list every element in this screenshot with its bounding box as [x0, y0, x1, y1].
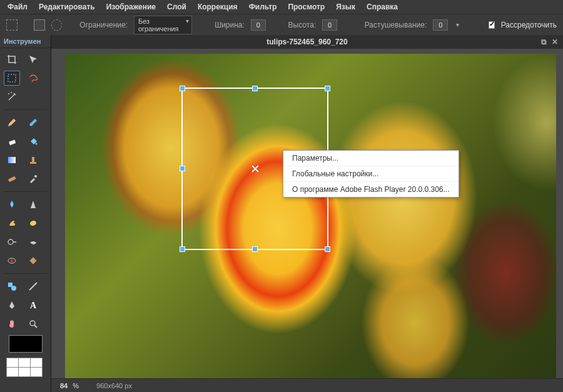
svg-rect-8 — [8, 176, 16, 183]
document-header: tulips-752465_960_720 ⧉ ✕ — [51, 35, 563, 49]
context-item-global-settings[interactable]: Глобальные настройки... — [283, 166, 459, 182]
svg-point-4 — [36, 143, 38, 145]
feather-label: Растушевывание: — [365, 21, 427, 29]
pen-tool-icon[interactable] — [4, 298, 20, 313]
eyedropper-tool-icon[interactable] — [25, 171, 41, 186]
lasso-tool-icon[interactable] — [25, 71, 41, 86]
canvas-area[interactable]: Параметры... Глобальные настройки... О п… — [51, 49, 563, 378]
brush-tool-icon[interactable] — [25, 115, 41, 130]
pencil-tool-icon[interactable] — [4, 115, 20, 130]
feather-stepper-icon[interactable]: ▾ — [454, 21, 461, 28]
svg-rect-16 — [8, 283, 13, 287]
sponge-tool-icon[interactable] — [25, 216, 41, 231]
zoom-value[interactable]: 84 — [60, 382, 68, 389]
line-tool-icon[interactable] — [25, 279, 41, 294]
menu-bar: Файл Редактировать Изображение Слой Корр… — [0, 0, 563, 14]
svg-point-20 — [30, 321, 35, 326]
close-document-icon[interactable]: ✕ — [552, 38, 558, 46]
svg-rect-6 — [30, 162, 36, 164]
svg-point-11 — [8, 239, 13, 244]
restriction-label: Ограничение: — [79, 21, 128, 29]
dodge-tool-icon[interactable] — [4, 234, 20, 249]
menu-language[interactable]: Язык — [336, 3, 355, 11]
patch-tool-icon[interactable] — [25, 253, 41, 268]
marquee-tool-icon[interactable] — [4, 71, 20, 86]
detach-window-icon[interactable]: ⧉ — [541, 38, 547, 46]
selection-handle-bm[interactable] — [252, 246, 258, 252]
selection-handle-bl[interactable] — [180, 246, 185, 252]
zoom-unit: % — [73, 382, 79, 389]
foreground-color-swatch[interactable] — [9, 335, 43, 353]
document-title: tulips-752465_960_720 — [266, 38, 347, 46]
height-label: Высота: — [288, 21, 317, 29]
wand-tool-icon[interactable] — [4, 89, 20, 104]
selection-handle-tm[interactable] — [252, 86, 258, 91]
context-menu: Параметры... Глобальные настройки... О п… — [283, 150, 459, 198]
distribute-checkbox[interactable] — [489, 21, 495, 29]
svg-line-21 — [34, 325, 37, 328]
eraser-tool-icon[interactable] — [4, 134, 20, 149]
selection-handle-tr[interactable] — [325, 86, 330, 91]
menu-view[interactable]: Просмотр — [288, 3, 325, 11]
svg-point-10 — [29, 220, 37, 226]
toolbox-title: Инструмен — [0, 35, 51, 48]
svg-point-9 — [34, 175, 37, 178]
svg-text:A: A — [30, 301, 37, 310]
text-tool-icon[interactable]: A — [25, 298, 41, 313]
height-input[interactable]: 0 — [322, 19, 337, 31]
menu-help[interactable]: Справка — [367, 3, 398, 11]
menu-correction[interactable]: Коррекция — [198, 3, 238, 11]
restriction-dropdown[interactable]: Без ограничения — [134, 16, 192, 34]
redeye-tool-icon[interactable] — [4, 253, 20, 268]
menu-file[interactable]: Файл — [8, 3, 28, 11]
selection-handle-br[interactable] — [325, 246, 330, 252]
stamp-tool-icon[interactable] — [25, 153, 41, 168]
bucket-tool-icon[interactable] — [25, 134, 41, 149]
menu-filter[interactable]: Фильтр — [249, 3, 277, 11]
menu-image[interactable]: Изображение — [106, 3, 156, 11]
feather-input[interactable]: 0 — [433, 19, 448, 31]
zoom-tool-icon[interactable] — [25, 316, 41, 331]
toolbox: Инструмен A — [0, 35, 51, 392]
svg-point-2 — [11, 92, 12, 93]
svg-point-1 — [8, 93, 9, 94]
svg-line-18 — [29, 283, 37, 290]
marquee-ellipse-icon[interactable] — [51, 19, 63, 31]
marquee-filled-icon[interactable] — [34, 19, 45, 31]
status-bar: 84 % 960x640 px — [51, 378, 563, 392]
sharpen-tool-icon[interactable] — [25, 197, 41, 212]
svg-point-14 — [11, 259, 13, 262]
width-label: Ширина: — [215, 21, 245, 29]
svg-rect-3 — [9, 139, 16, 145]
menu-edit[interactable]: Редактировать — [39, 3, 95, 11]
svg-rect-0 — [8, 74, 16, 82]
burn-tool-icon[interactable] — [25, 234, 41, 249]
move-tool-icon[interactable] — [25, 52, 41, 67]
options-bar: Ограничение: Без ограничения Ширина: 0 В… — [0, 14, 563, 35]
menu-layer[interactable]: Слой — [167, 3, 186, 11]
blur-tool-icon[interactable] — [4, 197, 20, 212]
hand-tool-icon[interactable] — [4, 316, 20, 331]
smudge-tool-icon[interactable] — [4, 216, 20, 231]
marquee-rect-icon[interactable] — [6, 19, 18, 31]
canvas-dimensions: 960x640 px — [96, 382, 132, 389]
selection-handle-ml[interactable] — [180, 166, 185, 171]
svg-rect-7 — [32, 157, 34, 162]
selection-handle-tl[interactable] — [180, 86, 185, 91]
distribute-label: Рассредоточить — [501, 21, 557, 29]
context-item-about-flash[interactable]: О программе Adobe Flash Player 20.0.0.30… — [283, 182, 459, 197]
svg-rect-15 — [29, 257, 36, 264]
context-item-parameters[interactable]: Параметры... — [283, 151, 459, 166]
gradient-tool-icon[interactable] — [4, 153, 20, 168]
heal-tool-icon[interactable] — [4, 171, 20, 186]
shapes-tool-icon[interactable] — [4, 279, 20, 294]
svg-point-17 — [11, 286, 16, 291]
width-input[interactable]: 0 — [251, 19, 266, 31]
selection-center-icon — [251, 164, 260, 173]
color-palette[interactable] — [6, 358, 43, 377]
crop-tool-icon[interactable] — [4, 52, 20, 67]
svg-rect-5 — [8, 157, 16, 163]
